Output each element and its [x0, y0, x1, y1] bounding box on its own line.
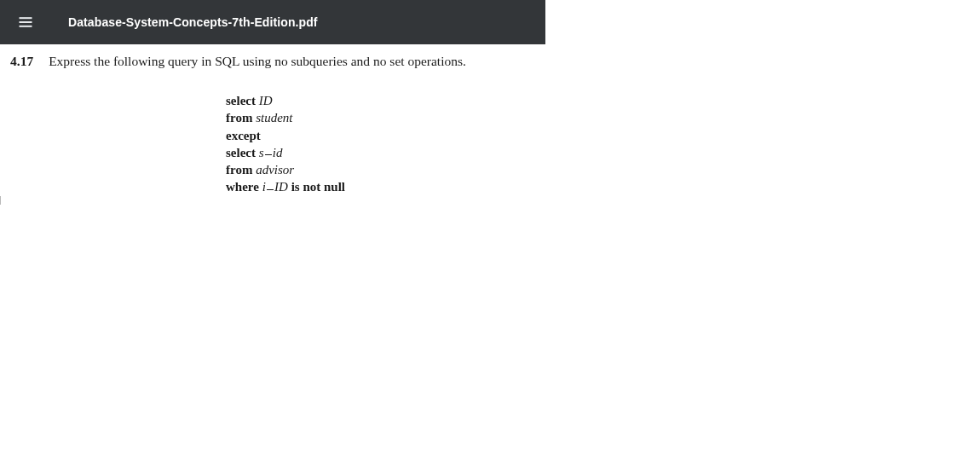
svg-rect-0 [20, 17, 32, 19]
toolbar: Database-System-Concepts-7th-Edition.pdf [0, 0, 545, 44]
code-line-4: select sid [226, 144, 545, 161]
keyword-from: from [226, 111, 252, 124]
keyword-is-not-null: is not null [291, 180, 345, 194]
code-line-2: from student [226, 109, 545, 126]
code-line-6: where iID is not null [226, 178, 545, 195]
menu-icon [17, 14, 34, 31]
identifier-ID: ID [259, 94, 273, 107]
keyword-select: select [226, 146, 256, 159]
svg-rect-2 [20, 26, 32, 27]
identifier-advisor: advisor [256, 163, 294, 177]
page-content: 4.17 Express the following query in SQL … [0, 44, 545, 196]
identifier-i-ID: iID [262, 180, 288, 194]
document-title: Database-System-Concepts-7th-Edition.pdf [68, 15, 318, 29]
svg-rect-1 [20, 21, 32, 23]
keyword-except: except [226, 129, 261, 142]
code-line-3: except [226, 127, 545, 144]
identifier-student: student [256, 111, 292, 124]
menu-button[interactable] [7, 3, 44, 41]
underscore-icon [265, 154, 272, 155]
keyword-select: select [226, 94, 256, 107]
keyword-where: where [226, 180, 259, 194]
keyword-from: from [226, 163, 252, 177]
identifier-s-id: sid [259, 146, 283, 159]
sql-code-block: select ID from student except select sid… [226, 92, 545, 196]
pdf-viewer: Database-System-Concepts-7th-Edition.pdf… [0, 0, 545, 463]
code-line-1: select ID [226, 92, 545, 109]
exercise: 4.17 Express the following query in SQL … [0, 44, 545, 70]
exercise-prompt: Express the following query in SQL using… [49, 52, 535, 70]
code-line-5: from advisor [226, 161, 545, 178]
underscore-icon [267, 189, 274, 190]
exercise-number: 4.17 [10, 52, 33, 70]
